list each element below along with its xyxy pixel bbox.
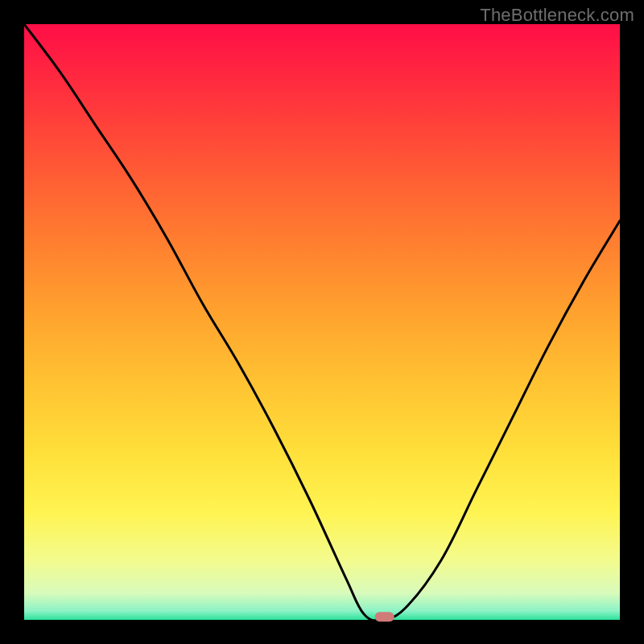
bottleneck-chart [0,0,644,644]
chart-gradient-background [24,24,620,620]
optimum-marker [375,612,394,621]
chart-container: TheBottleneck.com [0,0,644,644]
attribution-watermark: TheBottleneck.com [480,5,634,26]
